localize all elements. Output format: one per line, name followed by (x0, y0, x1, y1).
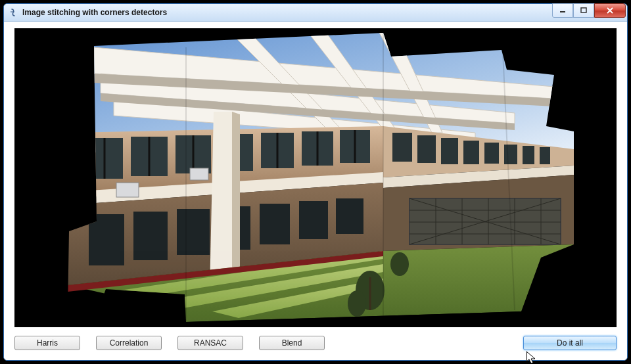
window-title: Image stitching with corners detectors (22, 8, 167, 17)
svg-rect-38 (299, 201, 328, 239)
svg-marker-64 (210, 112, 232, 290)
svg-rect-62 (116, 183, 139, 197)
svg-rect-39 (336, 198, 363, 234)
svg-rect-44 (463, 141, 479, 164)
svg-rect-42 (417, 135, 436, 163)
svg-rect-47 (523, 146, 534, 164)
svg-rect-35 (177, 209, 210, 255)
svg-rect-63 (190, 168, 208, 180)
svg-rect-37 (260, 204, 290, 244)
harris-button[interactable]: Harris (14, 336, 80, 350)
titlebar[interactable]: Image stitching with corners detectors (4, 4, 627, 22)
svg-rect-43 (441, 138, 458, 164)
svg-rect-46 (504, 145, 517, 164)
app-window: Image stitching with corners detectors (3, 3, 628, 361)
maximize-button[interactable] (573, 3, 594, 18)
button-row: Harris Correlation RANSAC Blend Do it al… (14, 334, 617, 352)
svg-rect-2 (581, 8, 586, 12)
correlation-button[interactable]: Correlation (96, 336, 162, 350)
svg-rect-34 (133, 212, 168, 260)
image-viewport (14, 28, 617, 327)
do-it-all-button[interactable]: Do it all (523, 336, 617, 350)
svg-marker-65 (232, 112, 240, 285)
blend-button[interactable]: Blend (259, 336, 325, 350)
svg-point-72 (348, 290, 366, 317)
stitched-panorama-image (15, 28, 616, 327)
minimize-button[interactable] (552, 3, 573, 18)
svg-rect-48 (540, 147, 550, 164)
ransac-button[interactable]: RANSAC (177, 336, 243, 350)
client-area: Harris Correlation RANSAC Blend Do it al… (4, 22, 627, 360)
close-button[interactable] (594, 3, 626, 18)
svg-rect-41 (392, 133, 412, 162)
window-controls (552, 3, 626, 18)
svg-point-73 (390, 252, 409, 276)
svg-rect-45 (484, 143, 499, 164)
app-icon (8, 7, 18, 18)
